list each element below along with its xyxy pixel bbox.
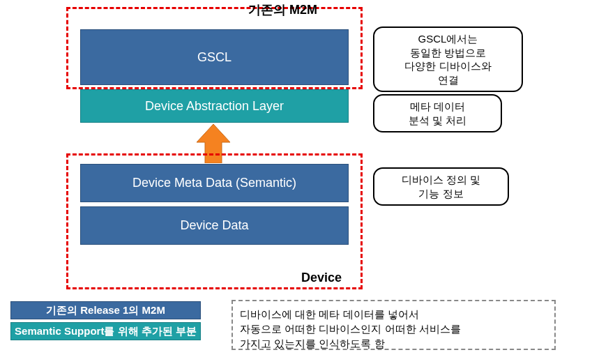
data-label: Device Data <box>180 218 248 233</box>
dal-label: Device Abstraction Layer <box>145 99 284 114</box>
device-meta-data-block: Device Meta Data (Semantic) <box>80 164 349 202</box>
meta-callout: 디바이스 정의 및 기능 정보 <box>373 167 509 206</box>
meta-label: Device Meta Data (Semantic) <box>132 176 296 190</box>
legend-semantic: Semantic Support를 위해 추가된 부분 <box>10 322 201 340</box>
legend-release1-label: 기존의 Release 1의 M2M <box>46 304 165 317</box>
legend-release1: 기존의 Release 1의 M2M <box>10 301 201 319</box>
device-data-block: Device Data <box>80 206 349 245</box>
legend-semantic-label: Semantic Support를 위해 추가된 부분 <box>15 325 197 338</box>
dal-callout: 메타 데이터 분석 및 처리 <box>373 94 502 132</box>
gscl-block: GSCL <box>80 29 349 85</box>
device-abstraction-layer-block: Device Abstraction Layer <box>80 89 349 123</box>
diagram-canvas: 기존의 M2M GSCL Device Abstraction Layer De… <box>0 0 615 364</box>
device-section-label: Device <box>301 271 342 285</box>
gscl-callout: GSCL에서는 동일한 방법으로 다양한 디바이스와 연결 <box>373 26 523 92</box>
gscl-label: GSCL <box>197 50 231 65</box>
legacy-m2m-label: 기존의 M2M <box>248 1 317 18</box>
footer-note: 디바이스에 대한 메타 데이터를 넣어서 자동으로 어떠한 디바이스인지 어떠한… <box>231 300 556 350</box>
